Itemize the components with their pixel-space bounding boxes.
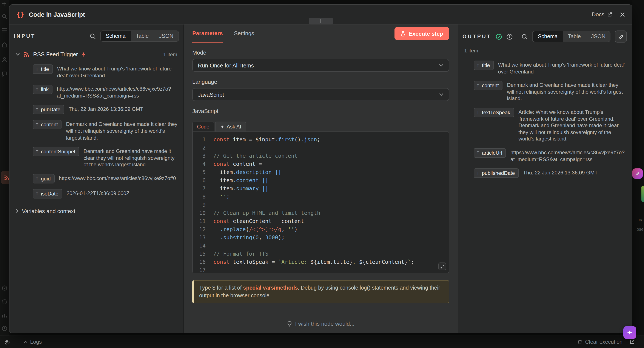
input-panel: INPUT Schema Table JSON RSS Feed Trigger [10, 24, 183, 333]
schema-key-pill[interactable]: T pubDate [33, 105, 64, 115]
node-details-modal: {} Code in JavaScript Docs INPUT [9, 4, 632, 333]
input-source-row[interactable]: RSS Feed Trigger 1 item [14, 51, 179, 58]
type-string-icon: T [36, 149, 38, 154]
schema-key-pill[interactable]: T title [474, 61, 494, 70]
clear-execution-button[interactable]: Clear execution [577, 339, 622, 345]
schema-field-value: 2026-01-22T13:36:09.000Z [67, 189, 179, 197]
schema-key-pill[interactable]: T content [474, 81, 503, 90]
schema-key-pill[interactable]: T title [33, 64, 53, 74]
canvas-label-fragment: ose [637, 227, 644, 232]
schema-key-pill[interactable]: T publishedDate [474, 169, 519, 178]
schema-field-value: Article: What we know about Trump's 'fra… [518, 108, 627, 143]
parameters-panel: Parameters Settings Execute step Mode Ru… [183, 24, 458, 333]
search-icon[interactable] [90, 33, 96, 39]
type-string-icon: T [477, 171, 479, 175]
tab-settings[interactable]: Settings [234, 24, 254, 42]
chevron-up-icon [24, 341, 28, 343]
schema-field-row: T isoDate 2026-01-22T13:36:09.000Z [33, 189, 179, 198]
schema-key-pill[interactable]: T textToSpeak [474, 108, 514, 117]
chevron-right-icon [16, 209, 18, 213]
pencil-icon [618, 34, 624, 39]
code-node-icon: {} [16, 10, 24, 18]
schema-field-row: T pubDate Thu, 22 Jan 2026 13:36:09 GMT [33, 105, 179, 115]
input-panel-title: INPUT [14, 33, 36, 39]
execute-step-button[interactable]: Execute step [394, 27, 449, 40]
mode-select[interactable]: Run Once for All Items [192, 59, 449, 72]
variables-and-context-row[interactable]: Variables and context [14, 208, 179, 214]
tab-parameters[interactable]: Parameters [192, 24, 223, 42]
tab-code[interactable]: Code [192, 122, 214, 132]
panel-drag-handle[interactable] [309, 18, 333, 24]
external-link-icon [607, 12, 612, 17]
output-tab-table[interactable]: Table [563, 31, 586, 42]
trash-icon [577, 340, 582, 345]
nav-help-icon[interactable] [2, 285, 7, 291]
schema-key-name: title [41, 66, 49, 72]
schema-key-pill[interactable]: T guid [33, 174, 55, 183]
nav-updates-icon[interactable] [2, 326, 7, 331]
node-feedback-link[interactable]: I wish this node would... [192, 321, 449, 327]
schema-key-pill[interactable]: T isoDate [33, 189, 62, 198]
output-tab-schema[interactable]: Schema [533, 31, 563, 42]
input-tab-schema[interactable]: Schema [101, 31, 131, 41]
expand-icon[interactable] [438, 263, 446, 270]
schema-key-name: pubDate [41, 107, 60, 113]
schema-field-value: What we know about Trump's 'framework of… [498, 61, 627, 75]
language-select[interactable]: JavaScript [192, 88, 449, 101]
type-string-icon: T [36, 67, 38, 72]
edit-output-button[interactable] [615, 30, 627, 42]
node-title: Code in JavaScript [29, 11, 85, 18]
logs-label-text: Logs [30, 339, 42, 345]
left-nav-rail [0, 0, 10, 348]
schema-field-row: T guid https://www.bbc.com/news/articles… [33, 174, 179, 183]
schema-field-value: What we know about Trump's 'framework of… [57, 64, 179, 79]
plus-icon[interactable] [2, 1, 6, 6]
nav-users-icon[interactable] [2, 57, 7, 62]
nav-home-icon[interactable] [2, 42, 7, 48]
code-editor[interactable]: 1const item = $input.first().json;2 3// … [192, 132, 449, 273]
input-tab-json[interactable]: JSON [154, 31, 178, 41]
close-icon[interactable] [620, 12, 625, 17]
schema-field-value: https://www.bbc.com/news/articles/c86vvj… [510, 148, 627, 163]
canvas-label-fragment: oa [639, 217, 644, 222]
nav-list-icon[interactable] [2, 27, 7, 33]
nav-templates-icon[interactable] [2, 299, 7, 305]
nav-search-icon[interactable] [2, 14, 7, 19]
canvas-node-sliver [642, 185, 644, 202]
logs-toggle[interactable]: Logs [24, 339, 42, 345]
chevron-down-icon [16, 53, 20, 56]
search-icon[interactable] [522, 33, 528, 40]
chevron-down-icon [439, 93, 444, 96]
output-panel-title: OUTPUT [462, 33, 492, 39]
output-tab-json[interactable]: JSON [586, 31, 610, 42]
check-circle-icon [496, 33, 502, 40]
bolt-icon [81, 52, 86, 57]
type-string-icon: T [477, 63, 479, 68]
schema-field-row: T textToSpeak Article: What we know abou… [474, 108, 627, 143]
canvas-right-edge: oa ose [632, 0, 644, 348]
gear-icon[interactable] [4, 339, 10, 345]
schema-key-pill[interactable]: T content [33, 120, 62, 130]
nav-insights-icon[interactable] [2, 313, 7, 318]
special-vars-link[interactable]: special vars/methods [243, 285, 298, 291]
schema-key-pill[interactable]: T contentSnippet [33, 147, 79, 156]
schema-key-pill[interactable]: T articleUrl [474, 148, 506, 158]
info-circle-icon [506, 33, 513, 40]
pop-out-icon[interactable] [629, 340, 634, 345]
bulb-icon [287, 321, 292, 327]
schema-field-value: Thu, 22 Jan 2026 13:36:09 GMT [523, 169, 627, 176]
canvas-media-node-icon[interactable] [632, 169, 643, 179]
schema-field-row: T content Denmark and Greenland have mad… [474, 81, 627, 102]
schema-key-pill[interactable]: T link [33, 85, 52, 94]
nav-chat-icon[interactable] [2, 71, 7, 77]
code-hint-callout: Type $ for a list of special vars/method… [192, 280, 449, 304]
schema-field-value: https://www.bbc.com/news/articles/c86vvj… [57, 85, 179, 99]
type-string-icon: T [36, 176, 38, 181]
tab-ask-ai[interactable]: Ask AI [215, 122, 246, 132]
docs-link[interactable]: Docs [592, 11, 612, 18]
input-tab-table[interactable]: Table [131, 31, 154, 41]
type-string-icon: T [477, 110, 479, 115]
schema-field-row: T publishedDate Thu, 22 Jan 2026 13:36:0… [474, 169, 627, 178]
ai-assistant-button[interactable] [623, 326, 636, 339]
code-lines: 1const item = $input.first().json;2 3// … [193, 135, 449, 273]
